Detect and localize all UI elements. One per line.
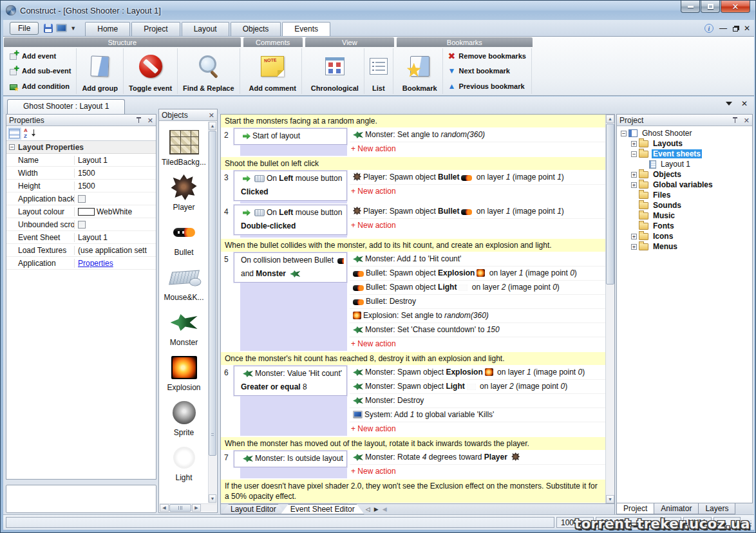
event-comment[interactable]: Once the monster's hit count has reached… <box>221 352 605 366</box>
add-event-button[interactable]: Add event <box>8 51 72 61</box>
object-item-player[interactable]: Player <box>160 173 208 212</box>
action-row[interactable]: Explosion: Set angle to random(360) <box>350 309 605 323</box>
scroll-down-icon[interactable]: ▼ <box>606 495 614 503</box>
scroll-tabs-left-icon[interactable]: ◁ <box>366 506 370 512</box>
action-row[interactable]: Monster: Set angle to random(360) <box>350 128 605 142</box>
quick-access-dropdown-icon[interactable]: ▼ <box>70 25 76 32</box>
tab-layers[interactable]: Layers <box>698 503 735 514</box>
objects-horizontal-scrollbar[interactable]: ◀ ▶ <box>160 503 216 512</box>
tab-layout[interactable]: Layout <box>182 22 229 36</box>
condition-box[interactable]: On collision between Bullet and Monster <box>234 252 347 283</box>
condition-box[interactable]: On Left mouse buttonDouble-clicked <box>234 205 347 235</box>
property-value[interactable] <box>75 195 156 203</box>
subevent-drop-zone[interactable] <box>240 145 347 156</box>
new-action-link[interactable]: + New action <box>350 422 605 436</box>
property-value[interactable]: WebWhite <box>75 207 156 216</box>
event-comment[interactable]: When the monster has moved out of the la… <box>221 437 605 451</box>
tree-item-menus[interactable]: +Menus <box>618 241 751 252</box>
remove-bookmarks-button[interactable]: ✖Remove bookmarks <box>447 51 527 61</box>
tab-animator[interactable]: Animator <box>654 503 699 514</box>
property-row[interactable]: NameLayout 1 <box>6 154 156 167</box>
tree-item-sounds[interactable]: Sounds <box>618 200 751 210</box>
property-row[interactable]: ApplicationProperties <box>6 257 156 270</box>
condition-box[interactable]: Monster: Value 'Hit count'Greater or equ… <box>234 366 347 396</box>
tree-item-music[interactable]: Music <box>618 210 751 221</box>
condition-box[interactable]: On Left mouse buttonClicked <box>234 171 347 201</box>
tree-item-objects[interactable]: +Objects <box>618 169 751 180</box>
categorized-view-icon[interactable] <box>9 129 20 138</box>
tab-layout-editor[interactable]: Layout Editor <box>221 504 286 514</box>
toggle-event-button[interactable]: Toggle event <box>124 48 178 94</box>
previous-bookmark-button[interactable]: ▲Previous bookmark <box>447 82 527 91</box>
property-row[interactable]: Layout colourWebWhite <box>6 205 156 218</box>
action-row[interactable]: Monster: Rotate 4 degrees toward Player <box>350 451 605 465</box>
new-action-link[interactable]: + New action <box>350 337 605 351</box>
action-row[interactable]: Player: Spawn object Bullet on layer 1 (… <box>350 171 605 185</box>
property-value[interactable]: (use application sett <box>75 246 156 255</box>
event-comment[interactable]: If the user doesn't have pixel shader 2.… <box>221 480 605 503</box>
subevent-drop-zone[interactable] <box>240 283 347 351</box>
scroll-left-icon[interactable]: ◀ <box>160 504 169 512</box>
document-tab[interactable]: Ghost Shooter : Layout 1 <box>7 99 125 114</box>
action-row[interactable]: Monster: Destroy <box>350 394 605 408</box>
preview-monitor-icon[interactable] <box>56 24 67 32</box>
object-item-light[interactable]: Light <box>160 444 208 482</box>
tree-item-global-variables[interactable]: +Global variables <box>618 180 751 190</box>
tab-home[interactable]: Home <box>85 22 130 36</box>
expand-icon[interactable]: + <box>631 234 637 239</box>
event-comment[interactable]: Start the monsters facing at a random an… <box>221 115 605 128</box>
mdi-restore-icon[interactable] <box>733 27 738 32</box>
objects-vertical-scrollbar[interactable]: ▲ ▼ <box>208 122 216 503</box>
pin-icon[interactable] <box>135 117 142 124</box>
scroll-right-icon[interactable]: ▶ <box>192 504 201 512</box>
object-item-mouse-keyboard[interactable]: Mouse&K... <box>160 263 208 302</box>
tab-objects[interactable]: Objects <box>231 22 281 36</box>
tree-item-event-sheets[interactable]: −Event sheets <box>618 149 751 159</box>
property-value[interactable]: 1500 <box>75 169 156 178</box>
tab-project[interactable]: Project <box>131 22 180 36</box>
object-item-tiled-background[interactable]: TiledBackg... <box>160 128 208 167</box>
expand-icon[interactable]: + <box>631 141 637 147</box>
tree-item-icons[interactable]: +Icons <box>618 231 751 241</box>
close-panel-icon[interactable]: ✕ <box>209 112 214 118</box>
scroll-down-icon[interactable]: ▼ <box>209 494 216 503</box>
close-button[interactable]: ✕ <box>721 1 750 13</box>
object-item-explosion[interactable]: Explosion <box>160 353 208 392</box>
tree-item-layouts[interactable]: +Layouts <box>618 138 751 149</box>
subevent-drop-zone[interactable] <box>240 235 347 238</box>
subevent-drop-zone[interactable] <box>240 396 347 436</box>
tab-project[interactable]: Project <box>616 503 654 514</box>
subevent-drop-zone[interactable] <box>240 201 347 203</box>
action-row[interactable]: Monster: Set 'Chase countdown' to 150 <box>350 323 605 337</box>
sort-az-icon[interactable] <box>24 128 35 138</box>
close-document-icon[interactable]: ✕ <box>741 100 748 107</box>
object-item-sprite[interactable]: Sprite <box>160 398 208 437</box>
add-condition-button[interactable]: Add condition <box>8 82 72 91</box>
add-comment-button[interactable]: Add comment <box>244 48 302 94</box>
mdi-minimize-icon[interactable]: — <box>719 24 727 32</box>
info-icon[interactable]: i <box>704 24 713 33</box>
action-row[interactable]: Player: Spawn object Bullet on layer 1 (… <box>350 205 605 219</box>
property-row[interactable]: Event SheetLayout 1 <box>6 231 156 244</box>
property-value[interactable]: 1500 <box>75 182 156 191</box>
new-action-link[interactable]: + New action <box>350 465 605 478</box>
action-row[interactable]: Monster: Spawn object Explosion on layer… <box>350 366 605 380</box>
scroll-tabs-left-icon[interactable]: ◀ <box>383 506 387 512</box>
action-row[interactable]: Monster: Spawn object Light on layer 2 (… <box>350 380 605 394</box>
collapse-icon[interactable]: − <box>621 131 627 136</box>
action-row[interactable]: Bullet: Destroy <box>350 295 605 309</box>
new-action-link[interactable]: + New action <box>350 185 605 198</box>
scrollbar-thumb[interactable] <box>606 124 614 285</box>
tab-events[interactable]: Events <box>282 22 330 36</box>
mdi-close-icon[interactable]: ✕ <box>744 24 750 32</box>
event-comment[interactable]: When the bullet collides with the monste… <box>221 239 605 252</box>
property-value[interactable] <box>75 221 156 229</box>
expand-icon[interactable]: + <box>631 244 637 250</box>
events-vertical-scrollbar[interactable]: ▲ ▼ <box>605 115 614 503</box>
property-row[interactable]: Height1500 <box>6 180 156 192</box>
add-sub-event-button[interactable]: Add sub-event <box>8 66 72 76</box>
find-replace-button[interactable]: Find & Replace <box>178 48 240 94</box>
tree-item-layout-1[interactable]: Layout 1 <box>618 159 751 169</box>
property-section-header[interactable]: − Layout Properties <box>6 141 156 154</box>
collapse-icon[interactable]: − <box>631 151 637 157</box>
